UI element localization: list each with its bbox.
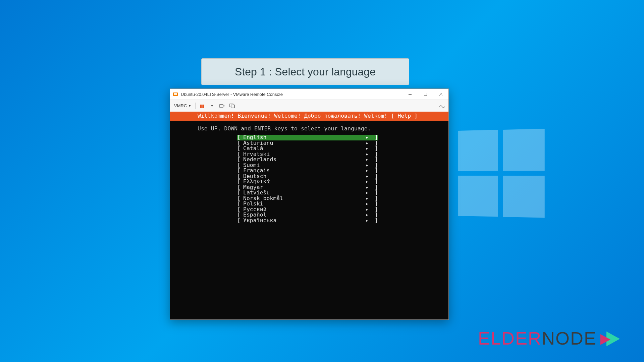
vmrc-toolbar: VMRC ▼ ▮▮ ▼ [170,100,448,112]
console-screen[interactable]: Willkommen! Bienvenue! Welcome! Добро по… [170,112,448,319]
toolbar-separator [195,103,196,109]
language-list[interactable]: [ English▸ ][ Asturianu▸ ][ Català▸ ][ H… [170,135,448,223]
vmrc-app-icon [173,92,178,97]
eldernode-watermark: ElderNode [478,328,624,349]
installer-header: Willkommen! Bienvenue! Welcome! Добро по… [170,112,448,121]
vmrc-window: Ubuntu-20.04LTS-Server - VMware Remote C… [170,88,449,320]
minimize-button[interactable] [402,89,418,100]
windows-logo [458,129,545,218]
play-icon [600,331,624,348]
chevron-down-icon: ▼ [211,104,214,108]
instruction-text: Use UP, DOWN and ENTER keys to select yo… [170,121,448,135]
pause-button[interactable]: ▮▮ [198,102,206,110]
maximize-button[interactable] [418,89,433,100]
welcome-text: Willkommen! Bienvenue! Welcome! Добро по… [170,113,391,119]
svg-rect-1 [174,93,177,95]
power-menu-button[interactable]: ▼ [208,102,216,110]
connection-icon[interactable] [438,102,446,110]
language-name: Українська [243,218,365,224]
close-button[interactable] [433,89,448,100]
window-titlebar[interactable]: Ubuntu-20.04LTS-Server - VMware Remote C… [170,89,448,100]
language-name: Nederlands [243,157,365,163]
fullscreen-button[interactable] [228,102,236,110]
svg-rect-6 [220,105,223,107]
vmrc-menu-button[interactable]: VMRC ▼ [173,103,193,109]
svg-rect-3 [424,93,427,96]
window-title: Ubuntu-20.04LTS-Server - VMware Remote C… [181,92,402,97]
send-cad-button[interactable] [218,102,226,110]
svg-rect-8 [231,105,234,108]
step-caption: Step 1 : Select your language [201,58,409,85]
chevron-down-icon: ▼ [188,104,191,108]
language-option[interactable]: [ Українська▸ ] [237,218,378,224]
help-link[interactable]: [ Help ] [391,113,448,119]
